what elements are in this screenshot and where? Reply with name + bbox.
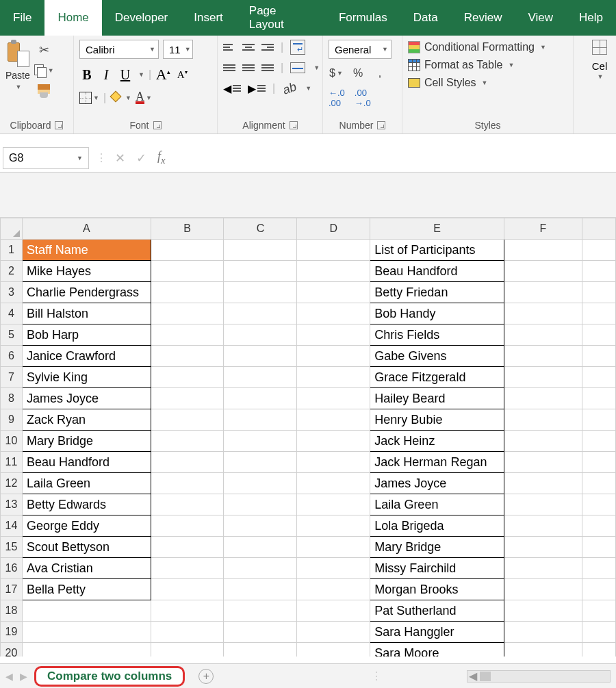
cell-F12[interactable] — [504, 473, 582, 494]
cell-B9[interactable] — [151, 409, 224, 431]
cell-F15[interactable] — [504, 537, 582, 558]
cell-G2[interactable] — [582, 261, 616, 282]
row-header-4[interactable]: 4 — [1, 303, 23, 324]
cell-D6[interactable] — [297, 346, 370, 367]
cell-A4[interactable]: Bill Halston — [22, 303, 151, 324]
cell-F1[interactable] — [504, 240, 582, 261]
borders-button[interactable]: ▼ — [79, 90, 99, 105]
cell-F4[interactable] — [504, 303, 582, 324]
cell-E16[interactable]: Missy Fairchild — [370, 558, 504, 579]
dialog-launcher-icon[interactable] — [290, 121, 298, 129]
cell-F16[interactable] — [504, 558, 582, 579]
cell-C8[interactable] — [224, 388, 297, 409]
cell-G12[interactable] — [582, 473, 616, 494]
row-header-17[interactable]: 17 — [1, 579, 23, 600]
cell-D7[interactable] — [297, 367, 370, 388]
valign-bottom-button[interactable] — [261, 64, 274, 71]
cell-C6[interactable] — [224, 346, 297, 367]
chevron-down-icon[interactable]: ▼ — [138, 71, 144, 78]
cell-G8[interactable] — [582, 388, 616, 409]
cell-D13[interactable] — [297, 494, 370, 515]
cell-D17[interactable] — [297, 579, 370, 600]
increase-font-button[interactable]: A▴ — [155, 66, 170, 84]
currency-button[interactable]: $▼ — [329, 66, 344, 81]
horizontal-scrollbar[interactable]: ◀ — [467, 670, 611, 683]
cell-E2[interactable]: Beau Handford — [370, 261, 504, 282]
cell-C14[interactable] — [224, 515, 297, 537]
cell-E19[interactable]: Sara Hanggler — [370, 622, 504, 643]
cell-E7[interactable]: Grace Fitzgerald — [370, 367, 504, 388]
cell-E9[interactable]: Henry Bubie — [370, 409, 504, 431]
cell-G17[interactable] — [582, 579, 616, 600]
cell-D11[interactable] — [297, 452, 370, 473]
cell-A20[interactable] — [22, 643, 151, 657]
wrap-text-button[interactable] — [290, 40, 305, 55]
cell-C2[interactable] — [224, 261, 297, 282]
cell-G19[interactable] — [582, 622, 616, 643]
cell-C10[interactable] — [224, 431, 297, 452]
cell-C4[interactable] — [224, 303, 297, 324]
cell-B19[interactable] — [151, 622, 224, 643]
row-header-1[interactable]: 1 — [1, 240, 23, 261]
decrease-indent-button[interactable]: ◀ — [223, 82, 241, 95]
cell-F10[interactable] — [504, 431, 582, 452]
cell-D14[interactable] — [297, 515, 370, 537]
cell-B6[interactable] — [151, 346, 224, 367]
cell-E17[interactable]: Morgan Brooks — [370, 579, 504, 600]
name-box[interactable]: G8▼ — [3, 147, 89, 169]
cell-D9[interactable] — [297, 409, 370, 431]
cell-F14[interactable] — [504, 515, 582, 537]
cell-F8[interactable] — [504, 388, 582, 409]
align-left-button[interactable] — [223, 44, 235, 51]
decrease-decimal-button[interactable]: .00→.0 — [355, 88, 371, 108]
grid[interactable]: ABCDEF1Staff NameList of Participants2Mi… — [0, 218, 616, 657]
align-right-button[interactable] — [261, 44, 274, 51]
fill-color-button[interactable]: ▼ — [110, 90, 131, 105]
cell-B14[interactable] — [151, 515, 224, 537]
cell-E10[interactable]: Jack Heinz — [370, 431, 504, 452]
cell-F13[interactable] — [504, 494, 582, 515]
comma-button[interactable]: , — [372, 66, 387, 81]
row-header-16[interactable]: 16 — [1, 558, 23, 579]
column-header-F[interactable]: F — [504, 218, 582, 240]
cell-E5[interactable]: Chris Fields — [370, 324, 504, 346]
row-header-12[interactable]: 12 — [1, 473, 23, 494]
cell-E11[interactable]: Jack Herman Regan — [370, 452, 504, 473]
cell-B16[interactable] — [151, 558, 224, 579]
cell-B15[interactable] — [151, 537, 224, 558]
cell-E4[interactable]: Bob Handy — [370, 303, 504, 324]
cell-G15[interactable] — [582, 537, 616, 558]
scroll-thumb[interactable] — [480, 672, 491, 681]
font-size-combo[interactable]: 11▼ — [163, 40, 193, 59]
cell-F17[interactable] — [504, 579, 582, 600]
cell-E3[interactable]: Betty Friedan — [370, 282, 504, 303]
fx-icon[interactable]: fx — [157, 149, 166, 166]
cell-C11[interactable] — [224, 452, 297, 473]
cell-D8[interactable] — [297, 388, 370, 409]
cell-A17[interactable]: Bella Petty — [22, 579, 151, 600]
cell-B3[interactable] — [151, 282, 224, 303]
cell-E8[interactable]: Hailey Beard — [370, 388, 504, 409]
cell-B1[interactable] — [151, 240, 224, 261]
decrease-font-button[interactable]: A▾ — [175, 69, 190, 81]
cell-C3[interactable] — [224, 282, 297, 303]
formula-input[interactable] — [174, 147, 616, 169]
cell-C16[interactable] — [224, 558, 297, 579]
column-header-E[interactable]: E — [370, 218, 504, 240]
cell-A7[interactable]: Sylvie King — [22, 367, 151, 388]
row-header-7[interactable]: 7 — [1, 367, 23, 388]
cell-D10[interactable] — [297, 431, 370, 452]
cell-G18[interactable] — [582, 600, 616, 622]
tab-insert[interactable]: Insert — [181, 0, 236, 36]
cell-A3[interactable]: Charlie Pendergrass — [22, 282, 151, 303]
cell-C15[interactable] — [224, 537, 297, 558]
cell-G1[interactable] — [582, 240, 616, 261]
row-header-9[interactable]: 9 — [1, 409, 23, 431]
cancel-formula-button[interactable]: ✕ — [115, 151, 125, 166]
column-header-D[interactable]: D — [297, 218, 370, 240]
format-as-table-button[interactable]: Format as Table▼ — [408, 59, 514, 71]
tab-view[interactable]: View — [515, 0, 566, 36]
align-center-button[interactable] — [242, 44, 255, 51]
cell-E18[interactable]: Pat Sutherland — [370, 600, 504, 622]
percent-button[interactable]: % — [350, 66, 365, 81]
